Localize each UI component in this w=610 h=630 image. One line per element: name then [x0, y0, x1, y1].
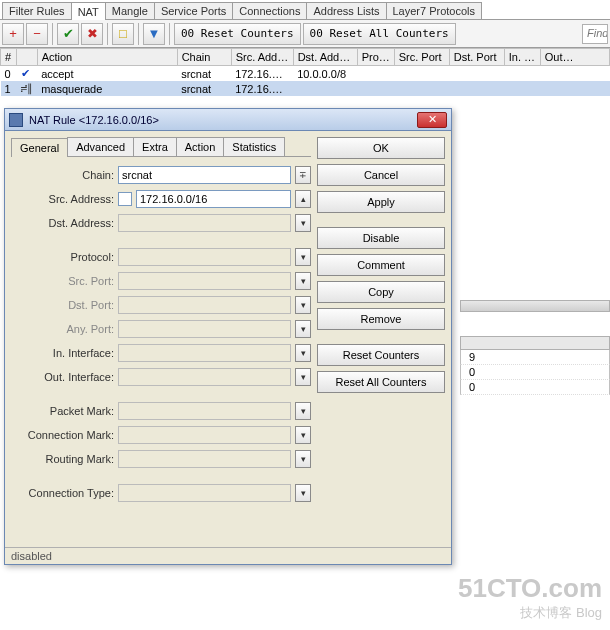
out-interface-expand[interactable]: ▾ [295, 368, 311, 386]
remove-button[interactable]: − [26, 23, 48, 45]
tab-nat[interactable]: NAT [71, 2, 106, 20]
packet-mark-expand[interactable]: ▾ [295, 402, 311, 420]
cell-dport [449, 81, 504, 96]
col-icon[interactable] [17, 49, 38, 66]
col-chain[interactable]: Chain [177, 49, 231, 66]
tab-mangle[interactable]: Mangle [105, 2, 155, 19]
ok-button[interactable]: OK [317, 137, 445, 159]
reset-all-counters-button[interactable]: Reset All Counters [317, 371, 445, 393]
connection-mark-expand[interactable]: ▾ [295, 426, 311, 444]
right-panel-fragment: 9 0 0 [460, 300, 610, 395]
connection-mark-input[interactable] [118, 426, 291, 444]
copy-button[interactable]: Copy [317, 281, 445, 303]
col-num[interactable]: # [1, 49, 17, 66]
comment-button[interactable]: □ [112, 23, 134, 45]
tab-layer7[interactable]: Layer7 Protocols [386, 2, 483, 19]
col-action[interactable]: Action [37, 49, 177, 66]
table-row[interactable]: 0 ✔ accept srcnat 172.16.… 10.0.0.0/8 [1, 66, 610, 82]
enable-button[interactable]: ✔ [57, 23, 79, 45]
protocol-input[interactable] [118, 248, 291, 266]
triangle-down-icon: ▾ [301, 372, 306, 382]
col-in-if[interactable]: In. … [504, 49, 540, 66]
apply-button[interactable]: Apply [317, 191, 445, 213]
right-panel-value: 0 [460, 380, 610, 395]
dst-address-expand[interactable]: ▾ [295, 214, 311, 232]
dialog-titlebar[interactable]: NAT Rule <172.16.0.0/16> ✕ [5, 109, 451, 131]
routing-mark-expand[interactable]: ▾ [295, 450, 311, 468]
chain-dropdown[interactable]: ∓ [295, 166, 311, 184]
src-address-input[interactable] [136, 190, 291, 208]
cell-num: 0 [1, 66, 17, 82]
find-input[interactable]: Find [582, 24, 608, 44]
any-port-input[interactable] [118, 320, 291, 338]
col-out-if[interactable]: Out… [540, 49, 609, 66]
tab-address-lists[interactable]: Address Lists [306, 2, 386, 19]
right-panel-value: 9 [460, 350, 610, 365]
triangle-down-icon: ▾ [301, 300, 306, 310]
disable-button[interactable]: ✖ [81, 23, 103, 45]
triangle-down-icon: ▾ [301, 406, 306, 416]
tab-service-ports[interactable]: Service Ports [154, 2, 233, 19]
tab-general[interactable]: General [11, 138, 68, 157]
filter-button[interactable]: ▼ [143, 23, 165, 45]
cancel-button[interactable]: Cancel [317, 164, 445, 186]
tab-filter-rules[interactable]: Filter Rules [2, 2, 72, 19]
reset-all-counters-button[interactable]: 00 Reset All Counters [303, 23, 456, 45]
tab-connections[interactable]: Connections [232, 2, 307, 19]
col-proto[interactable]: Pro… [357, 49, 394, 66]
src-address-collapse[interactable]: ▴ [295, 190, 311, 208]
disable-button[interactable]: Disable [317, 227, 445, 249]
comment-button[interactable]: Comment [317, 254, 445, 276]
reset-counters-button[interactable]: 00 Reset Counters [174, 23, 301, 45]
protocol-expand[interactable]: ▾ [295, 248, 311, 266]
dst-port-input[interactable] [118, 296, 291, 314]
cell-num: 1 [1, 81, 17, 96]
col-dst-port[interactable]: Dst. Port [449, 49, 504, 66]
connection-type-input[interactable] [118, 484, 291, 502]
out-interface-input[interactable] [118, 368, 291, 386]
tab-action[interactable]: Action [176, 137, 225, 156]
close-button[interactable]: ✕ [417, 112, 447, 128]
dst-address-input[interactable] [118, 214, 291, 232]
in-interface-input[interactable] [118, 344, 291, 362]
reset-counters-button[interactable]: Reset Counters [317, 344, 445, 366]
cell-dst [293, 81, 357, 96]
dst-port-expand[interactable]: ▾ [295, 296, 311, 314]
table-row[interactable]: 1 ≓∥ masquerade srcnat 172.16.… [1, 81, 610, 96]
tab-statistics[interactable]: Statistics [223, 137, 285, 156]
watermark-subtext: 技术博客 Blog [458, 604, 602, 622]
cell-inif [504, 81, 540, 96]
in-interface-expand[interactable]: ▾ [295, 344, 311, 362]
cell-proto [357, 81, 394, 96]
packet-mark-label: Packet Mark: [11, 405, 114, 417]
cell-chain: srcnat [177, 81, 231, 96]
dialog-tabs: General Advanced Extra Action Statistics [11, 137, 311, 157]
src-port-input[interactable] [118, 272, 291, 290]
cell-outif [540, 81, 609, 96]
connection-type-expand[interactable]: ▾ [295, 484, 311, 502]
routing-mark-input[interactable] [118, 450, 291, 468]
packet-mark-input[interactable] [118, 402, 291, 420]
remove-button[interactable]: Remove [317, 308, 445, 330]
cell-src: 172.16.… [231, 81, 293, 96]
col-src-port[interactable]: Src. Port [394, 49, 449, 66]
dropdown-icon: ∓ [299, 170, 307, 180]
tab-advanced[interactable]: Advanced [67, 137, 134, 156]
watermark: 51CTO.com 技术博客 Blog [458, 573, 602, 622]
src-port-label: Src. Port: [11, 275, 114, 287]
src-port-expand[interactable]: ▾ [295, 272, 311, 290]
dialog-status-bar: disabled [5, 547, 451, 564]
watermark-text: 51CTO.com [458, 573, 602, 604]
chain-input[interactable] [118, 166, 291, 184]
funnel-icon: ▼ [148, 26, 161, 41]
src-address-negate[interactable] [118, 192, 132, 206]
add-button[interactable]: + [2, 23, 24, 45]
triangle-down-icon: ▾ [301, 218, 306, 228]
right-panel-col-header[interactable] [460, 336, 610, 350]
col-src-addr[interactable]: Src. Add… [231, 49, 293, 66]
col-dst-addr[interactable]: Dst. Add… [293, 49, 357, 66]
cell-action: masquerade [37, 81, 177, 96]
any-port-expand[interactable]: ▾ [295, 320, 311, 338]
toolbar-divider [138, 23, 139, 45]
tab-extra[interactable]: Extra [133, 137, 177, 156]
